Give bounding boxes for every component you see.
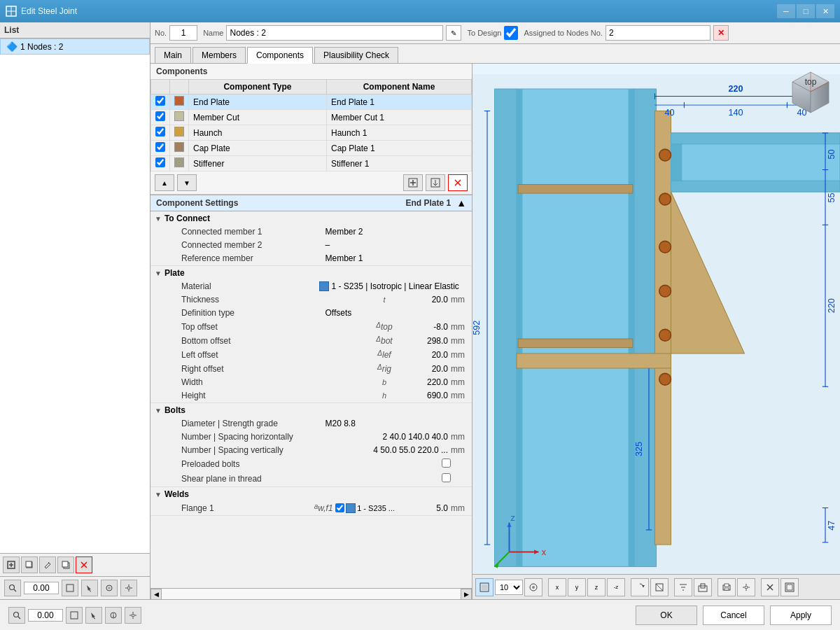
info-btn[interactable]: [105, 607, 122, 624]
assigned-label: Assigned to Nodes No.: [524, 29, 603, 37]
maximize-button[interactable]: □: [797, 4, 815, 18]
bottom-numbar: 0.00: [0, 576, 150, 599]
svg-rect-45: [671, 181, 841, 192]
label-preloaded-bolts: Preloaded bolts: [178, 459, 316, 469]
view-x-btn[interactable]: x: [548, 578, 566, 596]
view-negz-btn[interactable]: -z: [607, 578, 625, 596]
comp-name-1: Member Cut 1: [327, 110, 472, 125]
settings-view-btn[interactable]: [737, 578, 755, 596]
duplicate-button[interactable]: [57, 556, 74, 573]
expand-view-btn[interactable]: [780, 578, 799, 596]
list-header: List: [0, 22, 150, 38]
view-toggle-btn[interactable]: [62, 580, 78, 596]
tab-plausibility[interactable]: Plausibility Check: [314, 47, 398, 63]
render-btn[interactable]: [101, 580, 118, 596]
no-field: No.: [155, 25, 197, 41]
delete-comp-button[interactable]: [448, 174, 468, 191]
view-mode-btn[interactable]: [475, 578, 493, 596]
view-box-btn[interactable]: [66, 607, 83, 624]
edit-button[interactable]: [39, 556, 56, 573]
tab-members[interactable]: Members: [192, 47, 246, 63]
hscroll-left-btn[interactable]: ◀: [150, 589, 162, 600]
svg-text:top: top: [805, 77, 817, 87]
group-welds-header[interactable]: ▼ Welds: [150, 487, 472, 501]
comp-check-0[interactable]: [155, 96, 165, 106]
comp-check-3[interactable]: [155, 142, 165, 152]
comp-type-1: Member Cut: [189, 110, 327, 125]
val-diameter: M20 8.8: [326, 419, 472, 428]
zoom-select[interactable]: 10 25 50: [495, 580, 523, 595]
config-btn[interactable]: [125, 607, 141, 624]
add-comp-button[interactable]: [403, 174, 423, 191]
cancel-button[interactable]: Cancel: [703, 606, 764, 625]
close-button[interactable]: ✕: [816, 4, 834, 18]
tab-components[interactable]: Components: [247, 47, 313, 64]
view-z-btn[interactable]: z: [587, 578, 606, 596]
component-row-1[interactable]: Member Cut Member Cut 1: [151, 110, 472, 125]
component-row-4[interactable]: Stiffener Stiffener 1: [151, 156, 472, 172]
shear-plane-checkbox[interactable]: [442, 473, 451, 482]
import-comp-button[interactable]: [426, 174, 445, 191]
minimize-button[interactable]: ─: [777, 4, 795, 18]
group-plate-header[interactable]: ▼ Plate: [150, 266, 472, 280]
cursor-btn[interactable]: [85, 607, 102, 624]
select-btn[interactable]: [81, 580, 98, 596]
settings-btn-left[interactable]: [120, 580, 137, 596]
assigned-clear-button[interactable]: ✕: [713, 25, 729, 41]
label-flange-1: Flange 1: [178, 503, 313, 513]
list-item[interactable]: 🔷 1 Nodes : 2: [0, 38, 150, 55]
rotate-btn[interactable]: [631, 578, 649, 596]
settings-scroll-up[interactable]: ▲: [456, 197, 466, 209]
group-to-connect-header[interactable]: ▼ To Connect: [150, 211, 472, 225]
to-design-checkbox[interactable]: [504, 26, 518, 40]
component-row-0[interactable]: End Plate End Plate 1: [151, 94, 472, 110]
comp-check-1[interactable]: [155, 111, 165, 121]
no-input[interactable]: [169, 25, 197, 41]
assigned-input[interactable]: [606, 25, 710, 41]
svg-rect-7: [26, 561, 31, 567]
component-row-2[interactable]: Haunch Haunch 1: [151, 125, 472, 141]
ok-button[interactable]: OK: [636, 606, 697, 625]
row-height: Height h 690.0 mm: [150, 389, 472, 402]
new-button[interactable]: [3, 556, 20, 573]
move-up-button[interactable]: ▲: [155, 174, 174, 191]
delete-button[interactable]: [76, 556, 92, 573]
label-spacing-h: Number | Spacing horizontally: [178, 432, 383, 442]
copy-button[interactable]: [21, 556, 38, 573]
right-panel: No. Name ✎ To Design Assigned to Nodes N…: [150, 22, 840, 599]
move-down-button[interactable]: ▼: [177, 174, 197, 191]
apply-button[interactable]: Apply: [770, 606, 832, 625]
group-bolts-label: Bolts: [164, 405, 186, 415]
sym-height: h: [374, 391, 395, 400]
svg-rect-44: [671, 133, 841, 144]
svg-rect-41: [629, 89, 634, 567]
group-bolts-header[interactable]: ▼ Bolts: [150, 403, 472, 417]
comp-check-2[interactable]: [155, 127, 165, 136]
view-y-btn[interactable]: y: [568, 578, 586, 596]
component-row-3[interactable]: Cap Plate Cap Plate 1: [151, 141, 472, 156]
hscroll-right-btn[interactable]: ▶: [461, 589, 472, 600]
search-bottom-btn[interactable]: [8, 607, 25, 624]
row-bottom-offset: Bottom offset Δbot 298.0 mm: [150, 334, 472, 348]
comp-check-4[interactable]: [155, 158, 165, 167]
print-btn[interactable]: [718, 578, 736, 596]
wireframe-btn[interactable]: [650, 578, 668, 596]
group-to-connect: ▼ To Connect Connected member 1 Member 2: [150, 211, 472, 266]
view-cube[interactable]: top: [787, 69, 834, 117]
hscroll-track[interactable]: [162, 589, 461, 599]
tab-main[interactable]: Main: [155, 47, 191, 63]
model-btn[interactable]: [694, 578, 712, 596]
filter-btn[interactable]: [674, 578, 692, 596]
render-mode-btn[interactable]: [524, 578, 542, 596]
settings-inner[interactable]: ▼ To Connect Connected member 1 Member 2: [150, 211, 472, 588]
preloaded-checkbox[interactable]: [442, 458, 451, 468]
name-input[interactable]: [226, 25, 443, 41]
row-definition-type: Definition type Offsets: [150, 307, 472, 320]
name-edit-button[interactable]: ✎: [446, 25, 461, 41]
close-view-btn[interactable]: [761, 578, 779, 596]
search-btn[interactable]: [4, 580, 21, 596]
comp-type-0: End Plate: [189, 94, 327, 110]
svg-text:592: 592: [472, 321, 482, 335]
val-height: 690.0: [395, 391, 451, 400]
flange-check[interactable]: [335, 503, 344, 512]
